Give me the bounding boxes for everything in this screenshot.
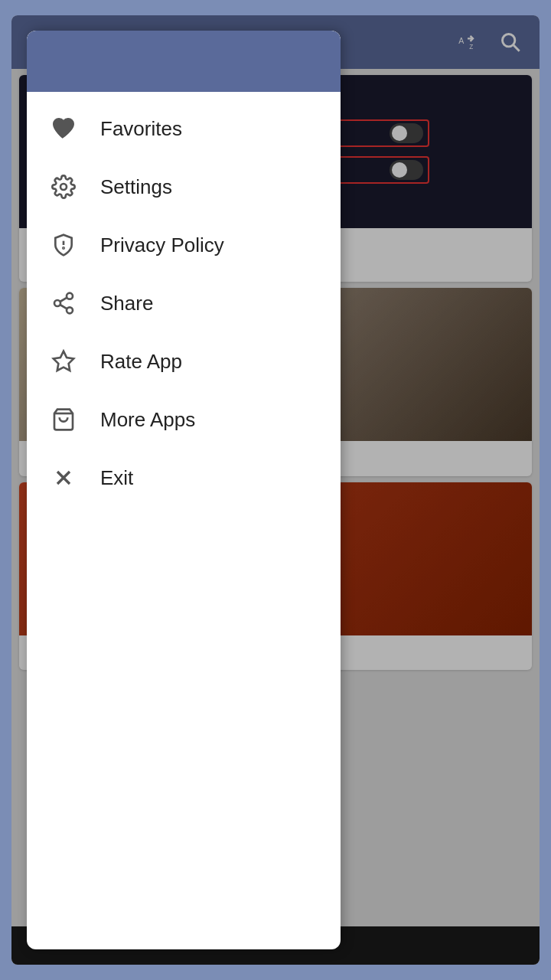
x-icon bbox=[48, 462, 79, 493]
gear-icon bbox=[48, 172, 79, 202]
svg-point-21 bbox=[60, 184, 67, 190]
share-icon bbox=[48, 288, 79, 318]
menu-item-share[interactable]: Share bbox=[27, 274, 341, 332]
bag-icon bbox=[48, 404, 79, 435]
menu-label-share: Share bbox=[100, 292, 153, 315]
menu-item-rate[interactable]: Rate App bbox=[27, 332, 341, 390]
menu-label-exit: Exit bbox=[100, 466, 133, 490]
svg-line-27 bbox=[60, 305, 67, 309]
menu-label-privacy: Privacy Policy bbox=[100, 234, 224, 257]
star-icon bbox=[48, 346, 79, 377]
phone-container: A Z bbox=[11, 15, 540, 965]
drawer-menu: Favorites Settings bbox=[27, 92, 341, 514]
drawer-header bbox=[27, 31, 341, 92]
svg-marker-29 bbox=[54, 351, 74, 371]
svg-line-28 bbox=[60, 298, 67, 302]
menu-item-settings[interactable]: Settings bbox=[27, 158, 341, 216]
side-drawer: Favorites Settings bbox=[27, 31, 341, 949]
svg-point-24 bbox=[67, 293, 73, 299]
menu-item-exit[interactable]: Exit bbox=[27, 449, 341, 507]
menu-label-rate: Rate App bbox=[100, 350, 182, 374]
menu-label-favorites: Favorites bbox=[100, 117, 182, 141]
svg-point-23 bbox=[63, 247, 64, 248]
menu-item-privacy[interactable]: Privacy Policy bbox=[27, 216, 341, 274]
menu-item-more-apps[interactable]: More Apps bbox=[27, 390, 341, 449]
menu-label-more-apps: More Apps bbox=[100, 408, 195, 432]
menu-label-settings: Settings bbox=[100, 175, 172, 199]
menu-item-favorites[interactable]: Favorites bbox=[27, 100, 341, 158]
svg-point-26 bbox=[67, 307, 73, 313]
heart-icon bbox=[48, 113, 79, 144]
svg-point-25 bbox=[54, 300, 60, 306]
shield-icon bbox=[48, 230, 79, 260]
